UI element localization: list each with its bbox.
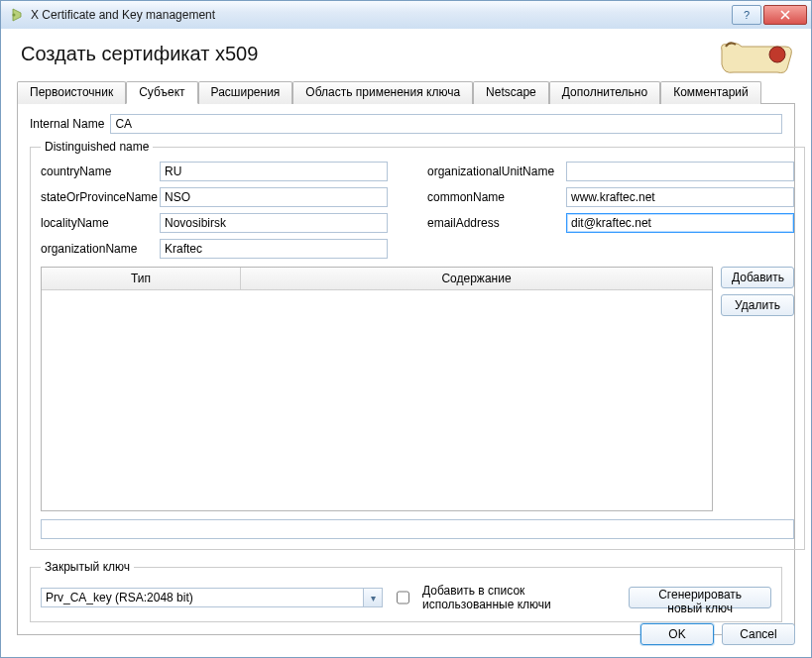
window-title: X Certificate and Key management	[31, 8, 732, 22]
dialog-body: Создать сертификат x509 Первоисточник Су…	[1, 29, 811, 657]
used-keys-label: Добавить в список использованные ключи	[422, 584, 609, 611]
svg-point-1	[769, 47, 785, 62]
common-name-label: commonName	[427, 190, 566, 204]
page-title: Создать сертификат x509	[21, 43, 258, 65]
internal-name-input[interactable]	[110, 114, 782, 134]
app-logo	[716, 39, 795, 78]
distinguished-name-group: Distinguished name countryName organizat…	[30, 140, 805, 550]
chevron-down-icon: ▾	[363, 589, 382, 606]
tabstrip: Первоисточник Субъект Расширения Область…	[17, 80, 795, 104]
ok-button[interactable]: OK	[640, 623, 714, 645]
email-input[interactable]	[566, 213, 794, 233]
tab-extensions[interactable]: Расширения	[198, 81, 293, 104]
col-type[interactable]: Тип	[42, 268, 241, 289]
tab-netscape[interactable]: Netscape	[473, 81, 549, 104]
locality-name-label: localityName	[41, 216, 160, 230]
distinguished-name-legend: Distinguished name	[41, 140, 153, 154]
tab-subject[interactable]: Субъект	[126, 81, 197, 104]
ou-name-label: organizationalUnitName	[427, 164, 566, 178]
private-key-group: Закрытый ключ Prv_CA_key (RSA:2048 bit) …	[30, 560, 782, 622]
state-name-input[interactable]	[160, 187, 388, 207]
state-name-label: stateOrProvinceName	[41, 190, 160, 204]
dn-string-field[interactable]	[41, 519, 794, 539]
tab-comment[interactable]: Комментарий	[660, 81, 761, 104]
help-icon: ?	[744, 9, 750, 21]
window-controls: ?	[732, 5, 807, 25]
org-name-label: organizationName	[41, 242, 160, 256]
private-key-legend: Закрытый ключ	[41, 560, 134, 574]
country-name-label: countryName	[41, 164, 160, 178]
col-content[interactable]: Содержание	[241, 268, 712, 289]
close-icon	[779, 10, 791, 20]
app-window: X Certificate and Key management ? Созда…	[0, 0, 812, 658]
dn-extra-table-body[interactable]	[42, 290, 712, 510]
org-name-input[interactable]	[160, 239, 388, 259]
svg-point-0	[13, 14, 16, 17]
ou-name-input[interactable]	[566, 162, 794, 181]
country-name-input[interactable]	[160, 162, 388, 181]
cancel-button[interactable]: Cancel	[722, 623, 795, 645]
close-button[interactable]	[763, 5, 807, 25]
locality-name-input[interactable]	[160, 213, 388, 233]
tab-source[interactable]: Первоисточник	[17, 81, 126, 104]
email-label: emailAddress	[427, 216, 566, 230]
private-key-select[interactable]: Prv_CA_key (RSA:2048 bit) ▾	[41, 588, 383, 607]
add-button[interactable]: Добавить	[721, 267, 794, 288]
tab-keyusage[interactable]: Область применения ключа	[292, 81, 473, 104]
internal-name-label: Internal Name	[30, 117, 104, 131]
dn-extra-table[interactable]: Тип Содержание	[41, 267, 713, 511]
dialog-buttons: OK Cancel	[640, 623, 795, 645]
private-key-selected: Prv_CA_key (RSA:2048 bit)	[42, 591, 363, 604]
tab-advanced[interactable]: Дополнительно	[549, 81, 660, 104]
tab-panel-subject: Internal Name Distinguished name country…	[17, 104, 795, 635]
delete-button[interactable]: Удалить	[721, 294, 794, 316]
used-keys-checkbox[interactable]	[397, 591, 409, 604]
titlebar: X Certificate and Key management ?	[1, 1, 811, 30]
help-button[interactable]: ?	[732, 5, 761, 25]
common-name-input[interactable]	[566, 187, 794, 207]
generate-key-button[interactable]: Сгенерировать новый ключ	[629, 587, 771, 608]
app-icon	[9, 7, 25, 23]
